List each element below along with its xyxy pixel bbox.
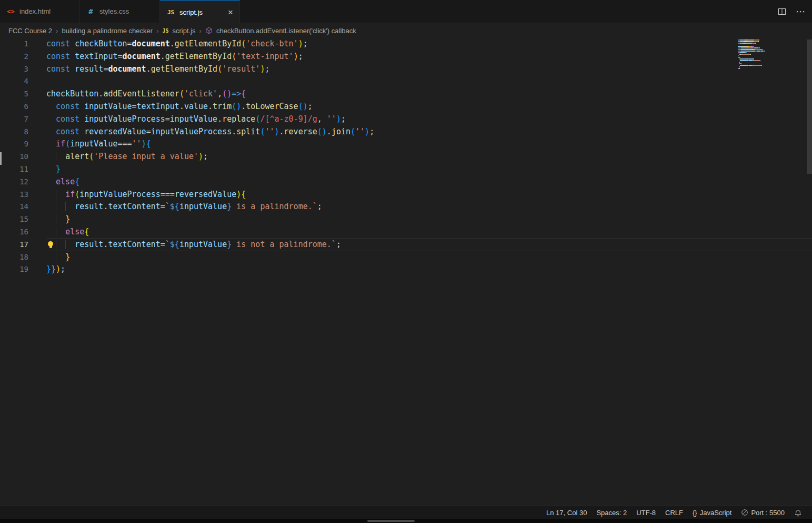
code-token: ${ — [170, 202, 179, 211]
tab-bar: <> index.html # styles.css JS script.js … — [0, 0, 812, 23]
more-actions-icon[interactable]: ⋯ — [796, 6, 806, 17]
line-number: 5 — [0, 88, 28, 101]
indentation-setting[interactable]: Spaces: 2 — [592, 506, 631, 519]
glyph-margin — [28, 201, 46, 213]
code-line[interactable]: 6 const inputValue=textInput.value.trim(… — [0, 101, 812, 113]
code-token: checkButton — [46, 89, 98, 98]
code-line-content: if(inputValueProcess===reversedValue){ — [46, 189, 812, 201]
minimap-segment — [755, 49, 760, 50]
breadcrumb-item-file[interactable]: script.js — [173, 27, 196, 35]
code-token: . — [170, 39, 175, 48]
tab-script-js[interactable]: JS script.js × — [160, 0, 240, 24]
code-token: textContent — [108, 240, 160, 249]
minimap-segment — [754, 58, 754, 60]
notifications-bell-icon[interactable] — [789, 506, 807, 519]
minimap-segment — [754, 41, 758, 42]
breadcrumb-item-subfolder[interactable]: building a palindrome checker — [62, 27, 153, 35]
glyph-margin — [28, 51, 46, 63]
indent — [46, 114, 56, 124]
minimap[interactable] — [738, 40, 784, 70]
code-line[interactable]: 8 const reversedValue=inputValueProcess.… — [0, 126, 812, 139]
tab-index-html[interactable]: <> index.html — [0, 0, 80, 23]
minimap-segment — [738, 46, 742, 47]
code-token: inputValue — [84, 102, 132, 111]
code-line[interactable]: 10 alert('Please input a value'); — [0, 151, 812, 163]
code-line[interactable]: 7 const inputValueProcess=inputValue.rep… — [0, 113, 812, 126]
editor-actions: ⋯ — [778, 0, 806, 23]
code-token: () — [232, 102, 241, 111]
code-token: ; — [308, 102, 313, 111]
code-token: . — [208, 102, 213, 111]
code-line-content: result.textContent=`${inputValue} is a p… — [46, 201, 812, 213]
code-token: ; — [336, 240, 341, 249]
code-token: is a palindrome.` — [232, 202, 317, 211]
indent — [46, 214, 56, 224]
code-line[interactable]: 15 } — [0, 213, 812, 226]
code-line[interactable]: 3const result=document.getElementById('r… — [0, 63, 812, 76]
breadcrumb-item-folder[interactable]: FCC Course 2 — [8, 27, 52, 35]
code-line-content: }}); — [46, 263, 812, 276]
minimap-segment — [758, 41, 759, 42]
language-mode[interactable]: {} JavaScript — [688, 506, 736, 519]
code-token: ; — [203, 152, 208, 161]
code-token: 'result' — [222, 64, 260, 74]
code-token: , — [317, 114, 327, 124]
code-line[interactable]: 17 result.textContent=`${inputValue} is … — [0, 239, 812, 251]
bottom-scrollbar[interactable] — [0, 519, 812, 523]
indent-guide — [56, 152, 65, 161]
tab-styles-css[interactable]: # styles.css — [80, 0, 160, 23]
activity-bar-indicator — [0, 152, 2, 165]
glyph-margin — [28, 138, 46, 151]
code-line[interactable]: 14 result.textContent=`${inputValue} is … — [0, 201, 812, 213]
minimap-segment — [754, 47, 758, 48]
breadcrumb-item-symbol[interactable]: checkButton.addEventListener('click') ca… — [216, 27, 356, 35]
code-line-content: result.textContent=`${inputValue} is not… — [46, 239, 812, 251]
code-token: join — [332, 127, 350, 136]
code-token: ( — [232, 52, 236, 61]
live-server-port[interactable]: Port : 5500 — [736, 506, 789, 519]
code-line[interactable]: 19}}); — [0, 263, 812, 276]
glyph-margin — [28, 101, 46, 113]
code-line[interactable]: 4 — [0, 75, 812, 88]
code-token: alert — [65, 152, 89, 161]
glyph-margin — [28, 263, 46, 276]
code-line[interactable]: 2const textInput=document.getElementById… — [0, 51, 812, 63]
eol-sequence[interactable]: CRLF — [660, 506, 688, 519]
code-line[interactable]: 11 } — [0, 163, 812, 176]
minimap-segment — [743, 65, 747, 66]
cursor-position[interactable]: Ln 17, Col 30 — [542, 506, 592, 519]
encoding[interactable]: UTF-8 — [631, 506, 660, 519]
code-token: ` — [165, 202, 170, 211]
code-line[interactable]: 12 else{ — [0, 176, 812, 189]
code-line[interactable]: 18 } — [0, 251, 812, 264]
line-number: 18 — [0, 251, 28, 264]
glyph-margin — [28, 226, 46, 239]
code-token: => — [232, 89, 241, 98]
code-line[interactable]: 16 else{ — [0, 226, 812, 239]
scrollbar-thumb[interactable] — [807, 40, 812, 174]
minimap-segment — [741, 49, 747, 50]
minimap-line — [738, 68, 784, 70]
split-editor-icon[interactable] — [778, 7, 786, 16]
close-tab-icon[interactable]: × — [228, 8, 233, 17]
code-token: result — [75, 202, 103, 211]
horizontal-scrollbar-thumb[interactable] — [367, 520, 415, 522]
code-token: else — [56, 177, 75, 186]
code-line-content — [46, 75, 812, 88]
port-label: Port : 5500 — [751, 509, 785, 517]
code-line[interactable]: 1const checkButton=document.getElementBy… — [0, 38, 812, 51]
indent-guide — [56, 227, 65, 236]
code-line[interactable]: 5checkButton.addEventListener('click',()… — [0, 88, 812, 101]
vertical-scrollbar[interactable] — [806, 38, 812, 506]
code-editor[interactable]: 1const checkButton=document.getElementBy… — [0, 38, 812, 506]
code-token: ; — [317, 202, 322, 211]
indent — [46, 177, 56, 186]
code-line[interactable]: 13 if(inputValueProcess===reversedValue)… — [0, 189, 812, 201]
minimap-segment — [760, 60, 760, 61]
code-token: ( — [350, 127, 355, 136]
code-token: '' — [132, 139, 142, 149]
code-line[interactable]: 9 if(inputValue===''){ — [0, 138, 812, 151]
code-token: textInput — [75, 52, 117, 61]
lightbulb-icon[interactable] — [47, 241, 54, 249]
minimap-segment — [750, 54, 751, 55]
